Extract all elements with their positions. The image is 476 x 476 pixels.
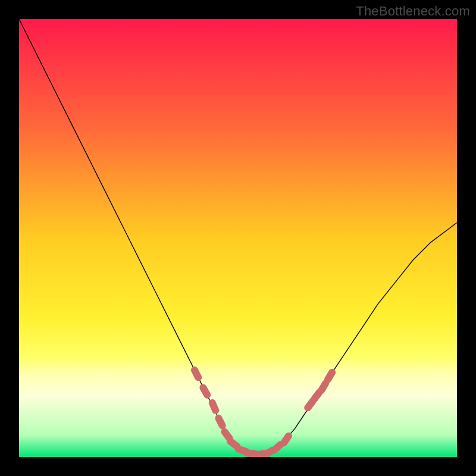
- marker-dot: [284, 436, 289, 443]
- marker-dot: [308, 401, 312, 408]
- marker-dot: [224, 432, 229, 439]
- watermark-text: TheBottleneck.com: [356, 4, 470, 19]
- marker-dot: [203, 388, 207, 395]
- marker-dot: [230, 441, 237, 446]
- marker-dot: [328, 372, 332, 380]
- chart-frame: TheBottleneck.com: [0, 0, 476, 476]
- marker-dot: [218, 418, 222, 426]
- marker-dot: [274, 444, 280, 450]
- plot-area: [19, 19, 457, 457]
- chart-canvas: [19, 19, 457, 457]
- gradient-background: [19, 19, 457, 457]
- marker-dot: [212, 403, 216, 411]
- marker-dot: [195, 370, 198, 378]
- marker-dot: [321, 383, 325, 390]
- marker-dot: [314, 392, 319, 399]
